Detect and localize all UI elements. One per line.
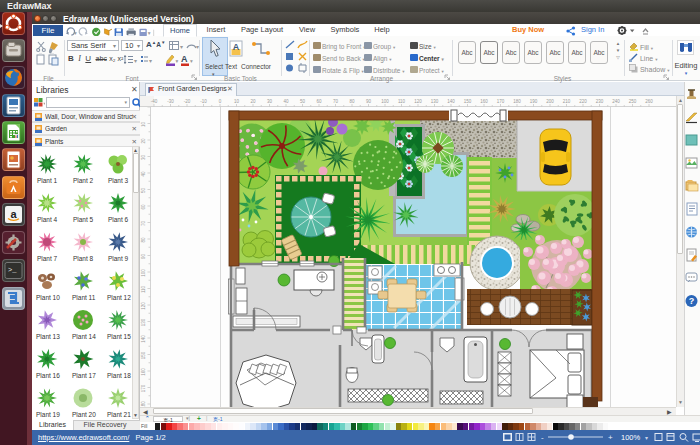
svg-text:40: 40 (141, 171, 146, 177)
svg-text:▾: ▾ (134, 58, 137, 64)
svg-text:▾: ▾ (44, 101, 46, 106)
svg-text:180: 180 (513, 99, 521, 104)
svg-text:20: 20 (250, 99, 256, 104)
svg-text:30: 30 (141, 155, 146, 161)
svg-text:-20: -20 (184, 99, 191, 104)
svg-text:▾: ▾ (176, 58, 179, 64)
svg-text:+: + (608, 433, 613, 442)
svg-text:170: 170 (497, 99, 505, 104)
svg-text:100: 100 (381, 99, 389, 104)
svg-text:90: 90 (141, 254, 146, 260)
svg-text:-10: -10 (200, 99, 207, 104)
svg-text:50: 50 (300, 99, 306, 104)
svg-text:260: 260 (645, 99, 653, 104)
svg-text:70: 70 (141, 221, 146, 227)
svg-text:▾: ▾ (149, 58, 152, 64)
svg-text:50: 50 (141, 188, 146, 194)
svg-text:160: 160 (141, 368, 146, 376)
svg-text:A: A (233, 42, 240, 52)
svg-text:110: 110 (141, 285, 146, 293)
svg-text:100%: 100% (621, 433, 641, 442)
svg-text:>_: >_ (8, 266, 17, 274)
svg-text:-40: -40 (151, 99, 158, 104)
svg-text:20: 20 (141, 138, 146, 144)
svg-text:90: 90 (366, 99, 372, 104)
svg-text:100: 100 (141, 269, 146, 277)
svg-text:120: 120 (414, 99, 422, 104)
svg-text:150: 150 (141, 351, 146, 359)
svg-text:210: 210 (563, 99, 571, 104)
svg-text:170: 170 (141, 384, 146, 392)
svg-text:▾: ▾ (196, 44, 199, 50)
svg-text:40: 40 (283, 99, 289, 104)
svg-text:30: 30 (267, 99, 273, 104)
svg-text:230: 230 (596, 99, 604, 104)
svg-text:160: 160 (480, 99, 488, 104)
svg-text:▾: ▾ (180, 44, 183, 50)
svg-text:200: 200 (546, 99, 554, 104)
svg-text:80: 80 (141, 237, 146, 243)
svg-text:150: 150 (464, 99, 472, 104)
svg-text:130: 130 (431, 99, 439, 104)
svg-text:-: - (541, 433, 544, 442)
svg-text:120: 120 (141, 302, 146, 310)
svg-text:70: 70 (333, 99, 339, 104)
svg-text:▾: ▾ (645, 435, 648, 441)
svg-text:a: a (10, 208, 17, 220)
svg-text:A: A (181, 54, 188, 64)
svg-text:-30: -30 (167, 99, 174, 104)
svg-text:140: 140 (447, 99, 455, 104)
svg-text:190: 190 (530, 99, 538, 104)
svg-text:80: 80 (349, 99, 355, 104)
svg-text:240: 240 (612, 99, 620, 104)
svg-text:10: 10 (234, 99, 240, 104)
svg-text:▾: ▾ (190, 58, 193, 64)
svg-text:220: 220 (579, 99, 587, 104)
svg-text:60: 60 (141, 204, 146, 210)
svg-text:110: 110 (398, 99, 406, 104)
svg-text:10: 10 (141, 122, 146, 128)
svg-text:?: ? (689, 296, 695, 306)
svg-text:140: 140 (141, 335, 146, 343)
svg-text:60: 60 (316, 99, 322, 104)
svg-text:130: 130 (141, 318, 146, 326)
svg-text:250: 250 (629, 99, 637, 104)
